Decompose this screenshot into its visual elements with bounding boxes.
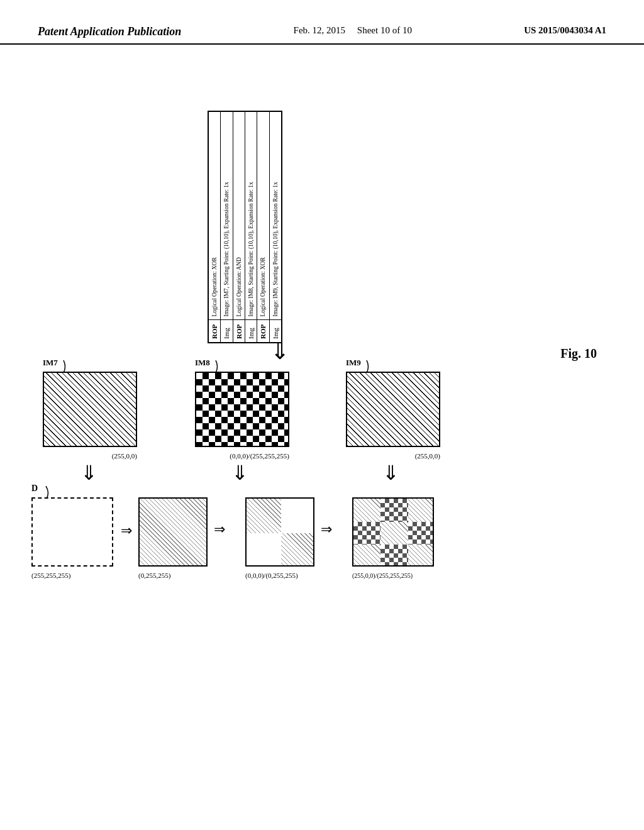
out1-image [138,497,208,567]
main-content: ROP Logical Operation: XOR Img Image: IM… [0,45,644,824]
im7-image [43,372,137,447]
arrow-table-to-images: ⇓ [270,340,289,363]
page-header: Patent Application Publication Feb. 12, … [0,0,644,45]
legend-row-3: ROP Logical Operation: AND [233,111,245,343]
d-group: D (255,255,255) ⇒ [31,497,113,567]
sheet-info: Sheet 10 of 10 [357,25,412,35]
arrow-im9-down: ⇓ [382,463,399,483]
d-value: (255,255,255) [31,572,70,579]
arrow-im7-down: ⇓ [80,463,97,483]
legend-row-5: ROP Logical Operation: XOR [257,111,269,343]
im9-group: IM9 (255,0,0) [346,372,440,447]
im7-group: IM7 (255,0,0) [43,372,137,447]
legend-row-6: Img Image: IM9, Starting Point: (10,10),… [269,111,282,343]
im9-label: IM9 [346,358,361,368]
out3-group: (255,0,0)/(255,255,255) [352,497,434,567]
im8-image [195,372,289,447]
arrow-im8-down: ⇓ [231,463,248,483]
out3-value: (255,0,0)/(255,255,255) [352,572,413,579]
out2-image [245,497,314,567]
out2-group: (0,0,0)/(0,255,255) ⇒ [245,497,314,567]
im7-value: (255,0,0) [112,452,137,460]
figure-label: Fig. 10 [560,346,597,361]
out1-group: (0,255,255) ⇒ [138,497,208,567]
arrow-d-right: ⇒ [121,523,132,539]
out1-value: (0,255,255) [138,572,170,579]
legend-row-4: Img Image: IM8, Starting Point: (10,10),… [245,111,257,343]
arrow-out2-right: ⇒ [321,521,332,538]
out2-value: (0,0,0)/(0,255,255) [245,572,298,579]
out3-image [352,497,434,567]
d-image [31,497,113,567]
header-center: Feb. 12, 2015 Sheet 10 of 10 [294,25,412,36]
im8-value: (0,0,0)/(255,255,255) [230,452,289,460]
arrow-out1-right: ⇒ [214,521,225,538]
im9-value: (255,0,0) [415,452,440,460]
legend-row-2: Img Image: IM7, Starting Point: (10,10),… [221,111,233,343]
im8-group: IM8 (0,0,0)/(255,255,255) [195,372,289,447]
patent-number: US 2015/0043034 A1 [524,25,606,36]
d-label: D [31,484,38,494]
pub-date: Feb. 12, 2015 [294,25,346,35]
im7-label: IM7 [43,358,58,368]
im8-label: IM8 [195,358,210,368]
legend-table: ROP Logical Operation: XOR Img Image: IM… [208,111,282,343]
im9-image [346,372,440,447]
publication-title: Patent Application Publication [38,25,181,38]
legend-row-1: ROP Logical Operation: XOR [208,111,221,343]
